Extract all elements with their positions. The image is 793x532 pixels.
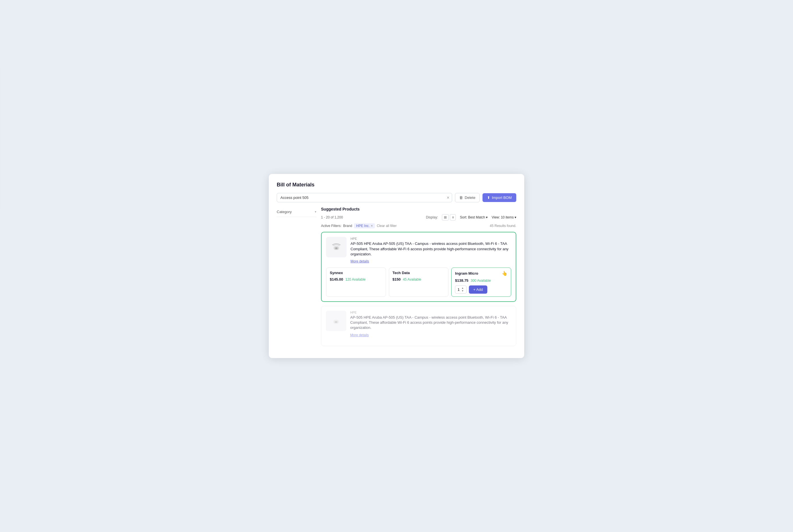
suggested-products-label: Suggested Products: [321, 207, 516, 211]
product-brand: HPE: [351, 237, 511, 240]
delete-button[interactable]: 🗑 Delete: [455, 193, 480, 202]
availability-ingram: 300 Available: [471, 279, 491, 283]
import-bom-button[interactable]: ⬆ Import BOM: [483, 193, 516, 202]
price-ingram: $138.75: [455, 278, 468, 283]
product-image: [326, 237, 346, 257]
qty-wrapper: 1 ▲ ▼: [455, 285, 466, 294]
controls-right: Display: ⊞ ≡ Sort: Best Match ▾ View: 10…: [426, 214, 516, 221]
qty-down-button[interactable]: ▼: [461, 290, 464, 292]
distributor-name-synnex: Synnex: [330, 271, 382, 275]
product-card-top-2: HPE AP-505 HPE Aruba AP-505 (US) TAA - C…: [326, 311, 511, 337]
sort-button[interactable]: Sort: Best Match ▾: [460, 215, 488, 219]
category-column: Category ▾: [277, 207, 317, 350]
upload-icon: ⬆: [487, 195, 490, 200]
results-bar: 1 - 20 of 1,200 Display: ⊞ ≡ Sort: Best …: [321, 214, 516, 221]
distributor-pricing-synnex: $145.00 120 Available: [330, 277, 382, 282]
category-label: Category: [277, 210, 292, 214]
distributor-pricing-ingram: $138.75 300 Available: [455, 278, 508, 283]
product-card-top: HPE AP-505 HPE Aruba AP-505 (US) TAA - C…: [326, 237, 511, 264]
product-brand-2: HPE: [350, 311, 511, 314]
svg-point-2: [336, 247, 337, 249]
content-area: Category ▾ Suggested Products 1 - 20 of …: [277, 207, 516, 350]
active-filters-row: Active Filters: Brand HPE Inc. × Clear a…: [321, 223, 516, 228]
search-input[interactable]: [277, 193, 452, 202]
product-image-2: [326, 311, 346, 331]
product-card-2: HPE AP-505 HPE Aruba AP-505 (US) TAA - C…: [321, 306, 516, 346]
view-chevron-icon: ▾: [514, 215, 516, 219]
product-info: HPE AP-505 HPE Aruba AP-505 (US) TAA - C…: [351, 237, 511, 264]
svg-point-5: [335, 321, 337, 323]
filter-brand-label: Brand: [343, 224, 352, 228]
distributor-col-ingram: Ingram Micro 👆 $138.75 300 Available 1: [451, 268, 511, 297]
qty-value: 1: [457, 287, 459, 292]
availability-techdata: 45 Available: [403, 278, 421, 282]
sort-chevron-icon: ▾: [486, 215, 488, 219]
qty-up-button[interactable]: ▲: [461, 287, 464, 289]
product-card: HPE AP-505 HPE Aruba AP-505 (US) TAA - C…: [321, 232, 516, 302]
product-name-2: AP-505 HPE Aruba AP-505 (US) TAA - Campu…: [350, 315, 511, 330]
search-wrapper: ×: [277, 193, 452, 202]
cursor-hand-icon: 👆: [502, 271, 508, 276]
more-details-link-2[interactable]: More details: [350, 333, 369, 337]
main-card: Bill of Materials × 🗑 Delete ⬆ Import BO…: [269, 174, 524, 358]
active-filters-label: Active Filters:: [321, 224, 341, 228]
qty-spinners: ▲ ▼: [461, 287, 464, 292]
distributor-name-ingram: Ingram Micro 👆: [455, 271, 508, 276]
right-pane: Suggested Products 1 - 20 of 1,200 Displ…: [317, 207, 516, 350]
more-details-link[interactable]: More details: [351, 259, 369, 263]
display-label: Display:: [426, 215, 438, 219]
results-found-count: 45 Results found.: [490, 224, 516, 228]
search-clear-button[interactable]: ×: [447, 195, 449, 200]
add-to-bom-button[interactable]: + Add: [469, 285, 488, 294]
price-techdata: $150: [393, 277, 401, 282]
price-synnex: $145.00: [330, 277, 343, 282]
filter-brand-tag: HPE Inc. ×: [354, 223, 375, 228]
display-buttons: ⊞ ≡: [442, 214, 456, 221]
filter-tags: Active Filters: Brand HPE Inc. × Clear a…: [321, 223, 396, 228]
filter-brand-remove-button[interactable]: ×: [371, 224, 373, 228]
distributors-row: Synnex $145.00 120 Available Tech Data: [326, 268, 511, 297]
view-button[interactable]: View: 10 items ▾: [492, 215, 516, 219]
product-name: AP-505 HPE Aruba AP-505 (US) TAA - Campu…: [351, 241, 511, 257]
page-title: Bill of Materials: [277, 182, 516, 188]
distributor-col-synnex: Synnex $145.00 120 Available: [326, 268, 386, 297]
grid-view-button[interactable]: ⊞: [442, 214, 449, 221]
distributor-name-techdata: Tech Data: [393, 271, 445, 275]
delete-icon: 🗑: [459, 195, 463, 200]
top-bar: × 🗑 Delete ⬆ Import BOM: [277, 193, 516, 202]
product-info-2: HPE AP-505 HPE Aruba AP-505 (US) TAA - C…: [350, 311, 511, 337]
results-count: 1 - 20 of 1,200: [321, 215, 343, 219]
category-header: Category ▾: [277, 207, 317, 217]
list-view-button[interactable]: ≡: [450, 214, 456, 221]
clear-all-filters-button[interactable]: Clear all filter: [377, 224, 396, 228]
distributor-pricing-techdata: $150 45 Available: [393, 277, 445, 282]
availability-synnex: 120 Available: [345, 278, 365, 282]
distributor-col-techdata: Tech Data $150 45 Available: [389, 268, 449, 297]
add-row-ingram: 1 ▲ ▼ + Add: [455, 285, 508, 294]
